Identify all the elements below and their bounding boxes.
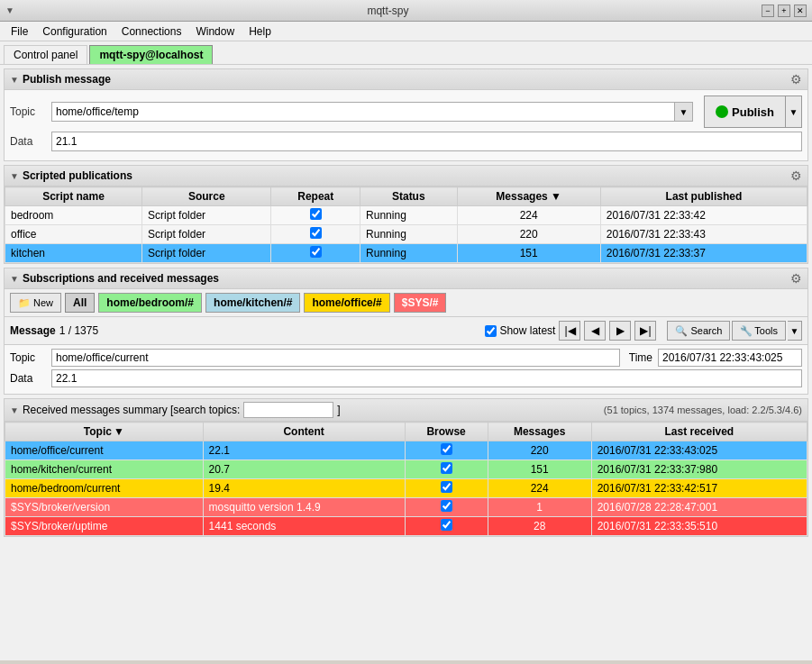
nav-first-btn[interactable]: |◀ (559, 321, 580, 341)
tab-bedroom[interactable]: home/bedroom/# (98, 293, 202, 313)
window-title: mqtt-spy (14, 5, 762, 17)
summary-browse-2[interactable] (405, 460, 488, 479)
summary-content-3: 19.4 (203, 479, 405, 498)
close-button[interactable]: ✕ (794, 5, 807, 17)
summary-col-browse: Browse (405, 423, 488, 441)
publish-button[interactable]: Publish (704, 96, 786, 128)
col-last-published: Last published (600, 187, 807, 206)
scripted-section-header[interactable]: ▼ Scripted publications ⚙ (5, 166, 807, 186)
new-subscription-button[interactable]: 📁 New (10, 293, 61, 313)
col-source: Source (142, 187, 271, 206)
summary-search-input[interactable] (243, 402, 333, 418)
publish-collapse-icon: ▼ (10, 75, 19, 85)
summary-msgs-2: 151 (488, 460, 591, 479)
col-repeat: Repeat (271, 187, 360, 206)
tab-office[interactable]: home/office/# (304, 293, 389, 313)
script-source-kitchen: Script folder (142, 244, 271, 263)
nav-prev-btn[interactable]: ◀ (584, 321, 606, 341)
scripted-section: ▼ Scripted publications ⚙ Script name So… (4, 165, 808, 264)
script-repeat-kitchen[interactable] (271, 244, 360, 263)
summary-browse-1[interactable] (405, 441, 488, 460)
msg-time-label: Time (629, 351, 652, 364)
summary-collapse-icon: ▼ (10, 405, 19, 415)
summary-browse-4[interactable] (405, 498, 488, 517)
menu-file[interactable]: File (4, 23, 35, 40)
summary-content-5: 1441 seconds (203, 517, 405, 536)
msg-data-row: Data (10, 369, 802, 387)
nav-last-btn[interactable]: ▶| (634, 321, 656, 341)
script-source-bedroom: Script folder (142, 206, 271, 225)
tab-all[interactable]: All (65, 293, 95, 313)
tools-button[interactable]: 🔧 Tools (732, 321, 786, 341)
msg-data-label: Data (10, 372, 46, 385)
topic-input[interactable] (51, 102, 675, 122)
topic-label: Topic (10, 105, 46, 118)
summary-last-5: 2016/07/31 22:33:35:510 (591, 517, 807, 536)
summary-content: Topic ▼ Content Browse Messages Last rec… (5, 422, 807, 536)
summary-row[interactable]: $SYS/broker/version mosquitto version 1.… (5, 498, 807, 517)
publish-section-title: Publish message (23, 73, 111, 86)
minimize-button[interactable]: − (762, 5, 774, 17)
subscriptions-section-header[interactable]: ▼ Subscriptions and received messages ⚙ (5, 268, 807, 289)
summary-content-1: 22.1 (203, 441, 405, 460)
msg-topic-row: Topic Time (10, 349, 802, 367)
summary-row[interactable]: home/kitchen/current 20.7 151 2016/07/31… (5, 460, 807, 479)
data-input[interactable] (51, 132, 802, 151)
maximize-button[interactable]: + (778, 5, 790, 17)
table-row[interactable]: kitchen Script folder Running 151 2016/0… (5, 244, 807, 263)
scripted-settings-icon[interactable]: ⚙ (790, 168, 802, 183)
summary-browse-3[interactable] (405, 479, 488, 498)
summary-msgs-3: 224 (488, 479, 591, 498)
summary-row[interactable]: $SYS/broker/uptime 1441 seconds 28 2016/… (5, 517, 807, 536)
summary-section: ▼ Received messages summary [search topi… (4, 398, 808, 537)
tab-control-panel[interactable]: Control panel (4, 45, 87, 64)
show-latest-checkbox[interactable] (485, 325, 497, 337)
summary-browse-5[interactable] (405, 517, 488, 536)
summary-table: Topic ▼ Content Browse Messages Last rec… (5, 422, 807, 536)
tab-kitchen[interactable]: home/kitchen/# (205, 293, 300, 313)
menu-connections[interactable]: Connections (114, 23, 189, 40)
menu-configuration[interactable]: Configuration (35, 23, 114, 40)
script-name-kitchen: kitchen (5, 244, 142, 263)
subscription-tabs-bar: 📁 New All home/bedroom/# home/kitchen/# … (5, 289, 807, 317)
window-controls: − + ✕ (762, 5, 807, 17)
tab-sys[interactable]: $SYS/# (394, 293, 447, 313)
tools-dropdown-btn[interactable]: ▼ (788, 321, 802, 341)
script-last-kitchen: 2016/07/31 22:33:37 (600, 244, 807, 263)
subscriptions-content: 📁 New All home/bedroom/# home/kitchen/# … (5, 289, 807, 394)
search-tools-group: 🔍 Search 🔧 Tools ▼ (667, 321, 802, 341)
menu-window[interactable]: Window (188, 23, 242, 40)
script-repeat-bedroom[interactable] (271, 206, 360, 225)
publish-settings-icon[interactable]: ⚙ (790, 72, 802, 86)
subscriptions-settings-icon[interactable]: ⚙ (790, 271, 802, 286)
summary-last-3: 2016/07/31 22:33:42:517 (591, 479, 807, 498)
summary-col-messages: Messages (488, 423, 591, 441)
window-menu-icon[interactable]: ▼ (5, 5, 14, 15)
summary-topic-2: home/kitchen/current (5, 460, 204, 479)
new-folder-icon: 📁 (18, 297, 31, 309)
publish-section-header[interactable]: ▼ Publish message ⚙ (5, 69, 807, 90)
msg-time-input[interactable] (658, 349, 802, 367)
publish-dropdown-btn[interactable]: ▼ (786, 96, 802, 128)
script-msgs-kitchen: 151 (457, 244, 600, 263)
data-label: Data (10, 135, 46, 148)
col-status: Status (360, 187, 457, 206)
table-row: office Script folder Running 220 2016/07… (5, 225, 807, 244)
search-button[interactable]: 🔍 Search (667, 321, 730, 341)
publish-btn-group: Publish ▼ (704, 96, 802, 128)
summary-col-topic: Topic ▼ (5, 423, 204, 441)
script-repeat-office[interactable] (271, 225, 360, 244)
script-name-bedroom: bedroom (5, 206, 142, 225)
menu-help[interactable]: Help (242, 23, 278, 40)
topic-dropdown-btn[interactable]: ▼ (675, 102, 693, 122)
summary-section-header[interactable]: ▼ Received messages summary [search topi… (5, 399, 807, 422)
msg-topic-input[interactable] (51, 349, 620, 367)
scripted-section-title: Scripted publications (23, 169, 132, 182)
scripted-table: Script name Source Repeat Status Message… (5, 186, 807, 263)
summary-row[interactable]: home/office/current 22.1 220 2016/07/31 … (5, 441, 807, 460)
summary-msgs-1: 220 (488, 441, 591, 460)
tab-connection[interactable]: mqtt-spy@localhost (89, 45, 213, 64)
summary-row[interactable]: home/bedroom/current 19.4 224 2016/07/31… (5, 479, 807, 498)
nav-next-btn[interactable]: ▶ (609, 321, 631, 341)
msg-data-input[interactable] (51, 369, 802, 387)
